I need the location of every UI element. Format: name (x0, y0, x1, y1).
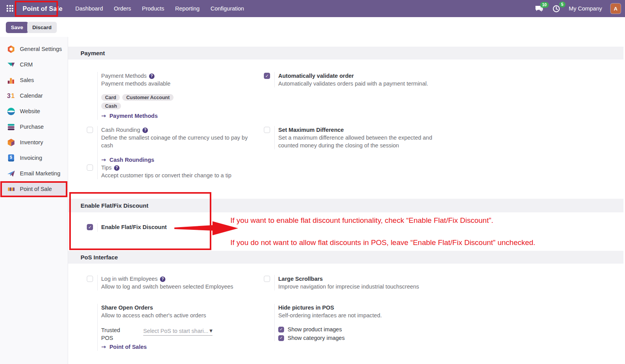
save-button[interactable]: Save (6, 22, 28, 33)
max-difference-checkbox[interactable] (264, 127, 270, 133)
setting-max-difference: Set Maximum Difference Set a maximum dif… (263, 126, 446, 149)
large-scrollbars-label: Large Scrollbars (278, 275, 481, 283)
user-avatar[interactable]: A (611, 4, 621, 14)
menu-reporting[interactable]: Reporting (170, 3, 205, 14)
login-employees-desc: Allow to log and switch between selected… (101, 283, 265, 290)
setting-payment-methods: Payment Methods? Payment methods availab… (86, 72, 253, 120)
hide-pictures-desc: Self-ordering interfaces are not impacte… (278, 312, 481, 319)
annotation-arrow-icon (174, 220, 238, 237)
help-icon[interactable]: ? (160, 276, 165, 282)
clock-icon (552, 5, 560, 13)
login-employees-checkbox[interactable] (87, 276, 93, 282)
help-icon[interactable]: ? (142, 128, 148, 133)
discard-button[interactable]: Discard (27, 22, 57, 33)
annotation-text-1: If you want to enable flat discount func… (230, 216, 493, 225)
sidebar-item-label: Calendar (20, 93, 43, 99)
sidebar-item-crm[interactable]: CRM (0, 57, 68, 72)
payment-methods-label: Payment Methods (101, 73, 147, 79)
app-menu: Dashboard Orders Products Reporting Conf… (70, 3, 249, 14)
sidebar-item-point-of-sale[interactable]: Point of Sale (0, 181, 68, 197)
tips-checkbox[interactable] (87, 164, 93, 171)
large-scrollbars-desc: Improve navigation for imprecise industr… (278, 283, 481, 290)
menu-orders[interactable]: Orders (109, 3, 136, 14)
share-open-orders-label: Share Open Orders (101, 304, 265, 312)
help-icon[interactable]: ? (114, 165, 119, 171)
share-open-orders-desc: Allow to access each other's active orde… (101, 312, 265, 319)
right-arrow-icon: → (101, 156, 106, 164)
navbar-right: 10 5 My Company A (535, 4, 625, 14)
company-switcher[interactable]: My Company (569, 5, 602, 12)
menu-dashboard[interactable]: Dashboard (70, 3, 108, 14)
general-settings-icon (7, 45, 16, 54)
auto-validate-desc: Automatically validates orders paid with… (278, 80, 488, 88)
activities-count-badge: 5 (559, 2, 565, 8)
current-app-name[interactable]: Point of Sale (19, 5, 67, 12)
show-product-images-label: Show product images (288, 326, 342, 332)
apps-grid-icon[interactable] (7, 5, 14, 12)
invoicing-icon: $ (7, 154, 16, 163)
tag-card[interactable]: Card (101, 94, 120, 101)
cash-rounding-checkbox[interactable] (87, 127, 93, 133)
cash-roundings-link[interactable]: →Cash Roundings (101, 156, 154, 164)
calendar-icon: 31 (7, 91, 16, 100)
setting-cash-rounding: Cash Rounding? Define the smallest coina… (86, 126, 259, 164)
sidebar-item-label: General Settings (20, 46, 62, 52)
activities-button[interactable]: 5 (552, 5, 560, 13)
payment-methods-link[interactable]: →Payment Methods (101, 112, 158, 120)
sidebar-item-inventory[interactable]: Inventory (0, 135, 68, 150)
sidebar-item-website[interactable]: Website (0, 103, 68, 119)
annotation-text-2: If you do not want to allow flat discoun… (230, 238, 535, 247)
top-navbar: Point of Sale Dashboard Orders Products … (0, 0, 625, 17)
tips-desc: Accept customer tips or convert their ch… (101, 172, 259, 179)
auto-validate-label: Automatically validate order (278, 72, 488, 80)
setting-share-open-orders: Share Open Orders Allow to access each o… (86, 304, 265, 351)
setting-tips: Tips? Accept customer tips or convert th… (86, 164, 259, 179)
flat-discount-checkbox[interactable] (87, 224, 93, 230)
help-icon[interactable]: ? (149, 74, 154, 79)
auto-validate-checkbox[interactable] (264, 73, 270, 79)
hide-pictures-label: Hide pictures in POS (278, 304, 481, 312)
trusted-pos-select[interactable]: Select PoS to start shari... ▼ (143, 326, 212, 336)
sidebar-item-email-marketing[interactable]: Email Marketing (0, 166, 68, 181)
svg-text:3: 3 (7, 92, 11, 99)
tag-cash[interactable]: Cash (101, 103, 121, 109)
menu-configuration[interactable]: Configuration (205, 3, 249, 14)
setting-left-pane (86, 72, 97, 120)
large-scrollbars-checkbox[interactable] (264, 276, 270, 282)
setting-hide-pictures: Hide pictures in POS Self-ordering inter… (263, 304, 481, 341)
right-arrow-icon: → (101, 343, 106, 351)
tag-customer-account[interactable]: Customer Account (122, 94, 173, 101)
max-difference-desc: Set a maximum difference allowed between… (278, 134, 446, 149)
sidebar-item-label: Invoicing (20, 155, 42, 161)
svg-text:1: 1 (11, 92, 15, 99)
point-of-sale-icon (7, 185, 16, 194)
point-of-sales-link[interactable]: →Point of Sales (101, 343, 147, 351)
svg-text:$: $ (10, 155, 12, 159)
chevron-down-icon: ▼ (209, 329, 212, 333)
sidebar-item-invoicing[interactable]: $ Invoicing (0, 150, 68, 166)
show-product-images-checkbox[interactable] (278, 327, 284, 332)
trusted-pos-select-placeholder: Select PoS to start shari... (143, 328, 209, 334)
payment-methods-desc: Payment methods available (101, 80, 253, 88)
show-category-images-checkbox[interactable] (278, 335, 284, 341)
messages-count-badge: 10 (540, 2, 549, 8)
settings-content: Payment Payment Methods? Payment methods… (68, 37, 625, 364)
section-header-flat-discount: Enable Flat/Fix Discount (68, 199, 623, 212)
purchase-icon (7, 122, 16, 131)
sidebar-item-sales[interactable]: Sales (0, 72, 68, 88)
login-employees-label: Log in with Employees (101, 276, 158, 282)
sidebar-item-label: Email Marketing (20, 170, 60, 177)
sidebar-item-general-settings[interactable]: General Settings (0, 41, 68, 57)
sidebar-item-calendar[interactable]: 31 Calendar (0, 88, 68, 103)
website-icon (7, 107, 16, 116)
inventory-icon (7, 138, 16, 147)
max-difference-label: Set Maximum Difference (278, 126, 446, 134)
tips-label: Tips (101, 164, 112, 171)
trusted-pos-label: Trusted POS (101, 326, 132, 342)
sidebar-item-purchase[interactable]: Purchase (0, 119, 68, 135)
sidebar-item-label: Purchase (20, 124, 44, 130)
menu-products[interactable]: Products (137, 3, 169, 14)
settings-sidebar: General Settings CRM Sales 31 Calendar W… (0, 37, 68, 364)
messages-button[interactable]: 10 (535, 5, 544, 12)
sidebar-item-label: Website (20, 108, 40, 114)
